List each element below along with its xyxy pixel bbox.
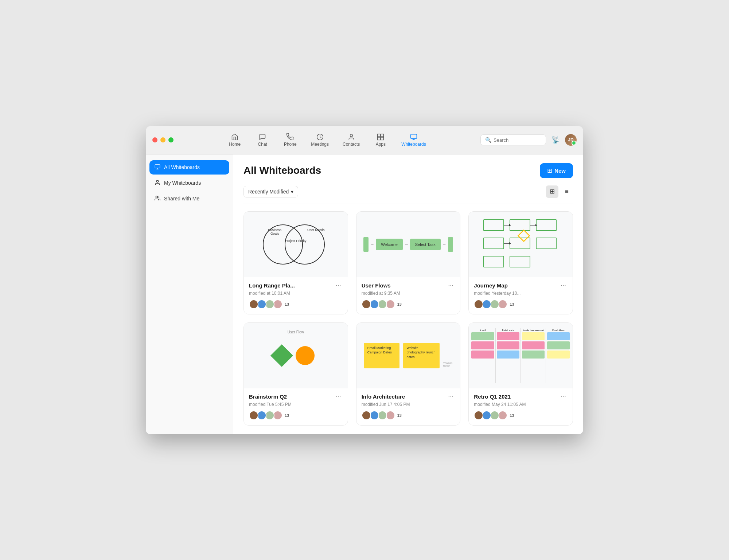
collaborator-avatar (249, 299, 258, 309)
card-info-brainstorm: Brainstorm Q2 ··· modified Tue 5:45 PM 1… (244, 388, 348, 425)
assistant-button[interactable]: 📡 (550, 134, 561, 146)
collaborator-avatar (482, 411, 491, 420)
card-preview-retro: It well Didn't work Needs Improvement (469, 323, 573, 388)
grid-view-button[interactable]: ⊞ (546, 185, 558, 198)
flow-diagram: → Welcome → Select Task → (358, 231, 459, 258)
card-more-menu-user-flows[interactable]: ··· (447, 282, 455, 289)
card-more-menu-brainstorm[interactable]: ··· (334, 393, 343, 400)
new-whiteboard-button[interactable]: ⊞ New (540, 163, 573, 178)
minimize-button[interactable] (160, 137, 165, 142)
whiteboard-card-info-arch[interactable]: Email Marketing Campaign Dates Website p… (356, 322, 461, 426)
apps-nav-label: Apps (376, 142, 386, 147)
card-modified-info-arch: modified Jun 17 4:05 PM (362, 402, 455, 407)
app-window: Home Chat Phone Meetings Contacts Apps W… (146, 126, 583, 434)
new-label: New (554, 168, 566, 174)
card-avatars-info-arch: 13 (362, 411, 455, 420)
collaborator-avatar (482, 299, 491, 309)
nav-item-phone[interactable]: Phone (277, 131, 303, 149)
collaborator-avatar (498, 411, 507, 420)
card-title-info-arch: Info Architecture (362, 393, 405, 400)
chat-nav-label: Chat (258, 142, 267, 147)
whiteboard-card-journey-map[interactable]: Journey Map ··· modified Yesterday 10...… (468, 211, 573, 314)
svg-rect-2 (378, 134, 381, 137)
close-button[interactable] (152, 137, 157, 142)
nav-item-chat[interactable]: Chat (250, 131, 275, 149)
user-avatar[interactable]: JD (565, 134, 577, 146)
card-preview-journey-map (469, 212, 573, 277)
all-sidebar-icon (155, 164, 160, 171)
whiteboard-card-long-range[interactable]: Business Goals User Needs Project Priori… (243, 211, 348, 314)
collaborator-avatar (498, 299, 507, 309)
nav-item-home[interactable]: Home (222, 131, 247, 149)
main-layout: All Whiteboards My Whiteboards Shared wi… (146, 154, 583, 434)
nav-item-whiteboards[interactable]: Whiteboards (395, 131, 432, 149)
card-avatars-retro: 13 (474, 411, 568, 420)
sort-dropdown[interactable]: Recently Modified ▾ (243, 186, 298, 197)
whiteboard-card-retro[interactable]: It well Didn't work Needs Improvement (468, 322, 573, 426)
card-more-menu-journey-map[interactable]: ··· (559, 282, 568, 289)
sort-label: Recently Modified (248, 189, 289, 195)
svg-rect-22 (518, 230, 529, 241)
svg-rect-6 (411, 134, 417, 138)
collaborator-avatar (474, 411, 483, 420)
card-preview-user-flows: → Welcome → Select Task → (356, 212, 460, 277)
maximize-button[interactable] (168, 137, 174, 142)
meetings-nav-icon (316, 133, 324, 141)
search-input[interactable] (494, 137, 541, 143)
svg-rect-19 (510, 256, 530, 267)
brainstorm-diagram: User Flow (244, 326, 348, 385)
sidebar-item-all[interactable]: All Whiteboards (149, 160, 229, 175)
titlebar: Home Chat Phone Meetings Contacts Apps W… (146, 126, 583, 154)
collaborator-avatar (490, 411, 499, 420)
sidebar: All Whiteboards My Whiteboards Shared wi… (146, 154, 233, 434)
retro-diagram: It well Didn't work Needs Improvement (469, 326, 573, 385)
nav-item-apps[interactable]: Apps (368, 131, 393, 149)
whiteboards-nav-icon (410, 133, 417, 141)
meetings-nav-label: Meetings (311, 142, 329, 147)
chat-nav-icon (259, 133, 266, 141)
card-title-retro: Retro Q1 2021 (474, 393, 511, 400)
contacts-nav-label: Contacts (343, 142, 360, 147)
nav-right: 🔍 📡 JD (480, 134, 577, 146)
svg-rect-17 (510, 220, 530, 231)
card-info-retro: Retro Q1 2021 ··· modified May 24 11:05 … (469, 388, 573, 425)
svg-rect-5 (381, 137, 384, 140)
svg-rect-14 (484, 220, 504, 231)
svg-point-1 (350, 134, 352, 137)
whiteboard-card-user-flows[interactable]: → Welcome → Select Task → User Flows ···… (356, 211, 461, 314)
sidebar-item-my[interactable]: My Whiteboards (149, 176, 229, 190)
apps-nav-icon (377, 133, 384, 141)
nav-item-contacts[interactable]: Contacts (337, 131, 366, 149)
card-more-menu-long-range[interactable]: ··· (334, 282, 343, 289)
search-bar[interactable]: 🔍 (480, 134, 546, 145)
home-nav-icon (231, 133, 238, 141)
shared-sidebar-label: Shared with Me (164, 196, 199, 201)
whiteboard-card-brainstorm[interactable]: User Flow Brainstorm Q2 ··· modified Tue… (243, 322, 348, 426)
card-preview-brainstorm: User Flow (244, 323, 348, 388)
svg-rect-20 (536, 220, 556, 231)
card-avatars-user-flows: 13 (362, 299, 455, 309)
card-info-user-flows: User Flows ··· modified at 9:35 AM 13 (356, 277, 460, 314)
collaborator-avatar (474, 299, 483, 309)
collaborator-count-long-range: 13 (285, 302, 289, 306)
phone-nav-label: Phone (284, 142, 297, 147)
card-title-brainstorm: Brainstorm Q2 (249, 393, 287, 400)
my-sidebar-label: My Whiteboards (164, 180, 201, 186)
card-avatars-brainstorm: 13 (249, 411, 343, 420)
card-more-menu-info-arch[interactable]: ··· (447, 393, 455, 400)
contacts-nav-icon (348, 133, 355, 141)
card-more-menu-retro[interactable]: ··· (559, 393, 568, 400)
card-title-long-range: Long Range Pla... (249, 282, 295, 289)
card-preview-long-range: Business Goals User Needs Project Priori… (244, 212, 348, 277)
card-title-journey-map: Journey Map (474, 282, 508, 289)
all-sidebar-label: All Whiteboards (164, 164, 200, 170)
venn-diagram: Business Goals User Needs Project Priori… (259, 219, 332, 270)
collaborator-avatar (362, 411, 371, 420)
list-view-button[interactable]: ≡ (561, 185, 573, 198)
svg-rect-9 (155, 165, 160, 168)
svg-rect-18 (510, 238, 530, 249)
sidebar-item-shared[interactable]: Shared with Me (149, 192, 229, 206)
collaborator-count-retro: 13 (510, 413, 514, 418)
phone-nav-icon (286, 133, 294, 141)
nav-item-meetings[interactable]: Meetings (305, 131, 335, 149)
